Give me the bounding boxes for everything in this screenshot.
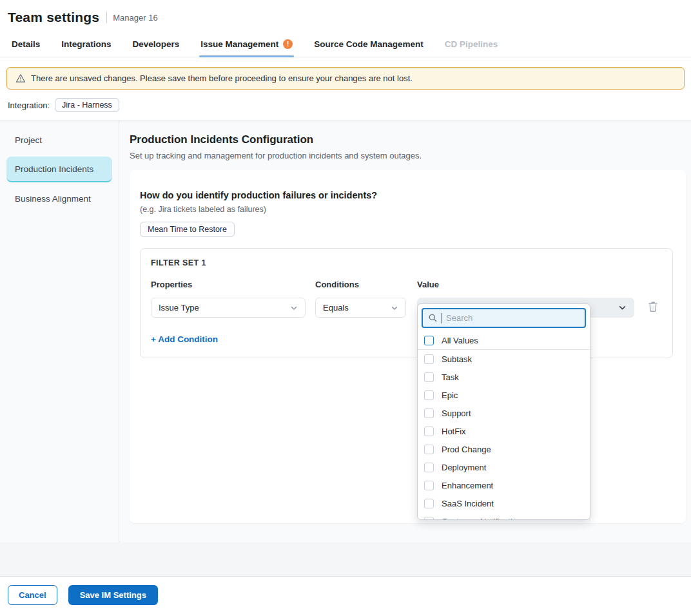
option-label: Epic (442, 390, 458, 400)
unsaved-changes-banner: There are unsaved changes. Please save t… (6, 67, 685, 90)
value-column-label: Value (417, 280, 634, 289)
filter-set-box: FILTER SET 1 Properties Issue Type Condi… (140, 248, 673, 358)
condition-select[interactable]: Equals (315, 298, 406, 318)
option-prod-change[interactable]: Prod Change (418, 440, 590, 458)
tab-developers[interactable]: Developers (131, 33, 181, 57)
filter-set-title: FILTER SET 1 (151, 258, 662, 267)
chevron-down-icon (290, 304, 298, 312)
tab-issue-management-label: Issue Management (200, 39, 278, 49)
cancel-button[interactable]: Cancel (8, 585, 57, 605)
team-name-label: Manager 16 (113, 13, 157, 23)
option-enhancement[interactable]: Enhancement (418, 476, 590, 494)
option-support[interactable]: Support (418, 404, 590, 422)
chevron-down-icon (391, 304, 398, 312)
integration-row: Integration: Jira - Harness (8, 98, 683, 112)
configuration-card: How do you identify production failures … (130, 170, 686, 523)
tab-bar: Details Integrations Developers Issue Ma… (0, 33, 691, 57)
checkbox-icon[interactable] (424, 390, 434, 400)
search-placeholder: Search (446, 313, 472, 323)
tab-cd-pipelines: CD Pipelines (443, 33, 500, 57)
option-label: Prod Change (442, 445, 491, 454)
option-all-values[interactable]: All Values (418, 331, 590, 350)
option-label: Deployment (442, 463, 486, 472)
option-task[interactable]: Task (418, 368, 590, 386)
condition-select-value: Equals (323, 303, 349, 313)
option-deployment[interactable]: Deployment (418, 458, 590, 476)
question-heading: How do you identify production failures … (140, 190, 673, 200)
checkbox-icon[interactable] (424, 409, 434, 418)
search-input[interactable]: Search (422, 308, 586, 328)
page-title: Team settings (8, 10, 99, 25)
conditions-column-label: Conditions (315, 280, 406, 289)
integration-chip[interactable]: Jira - Harness (55, 98, 119, 112)
option-saas-incident[interactable]: SaaS Incident (418, 494, 590, 512)
tab-details[interactable]: Details (10, 33, 41, 57)
tab-integrations[interactable]: Integrations (60, 33, 112, 57)
option-label: Enhancement (442, 481, 493, 490)
option-label: All Values (442, 336, 478, 345)
option-label: Task (442, 372, 459, 382)
integration-label: Integration: (8, 101, 50, 110)
tab-source-code-management[interactable]: Source Code Management (313, 33, 425, 57)
option-label: HotFix (442, 427, 466, 436)
banner-message: There are unsaved changes. Please save t… (31, 73, 413, 83)
add-condition-button[interactable]: + Add Condition (151, 334, 218, 344)
alert-badge-icon: ! (283, 39, 293, 49)
content-area: Project Production Incidents Business Al… (0, 120, 691, 542)
option-label: Subtask (442, 354, 472, 364)
settings-sidebar: Project Production Incidents Business Al… (0, 120, 119, 542)
checkbox-icon[interactable] (424, 336, 434, 345)
option-label: Support (442, 409, 471, 418)
value-dropdown-popup: Search All Values Subtask (417, 303, 590, 520)
delete-condition-button[interactable] (648, 301, 658, 314)
checkbox-icon[interactable] (424, 372, 434, 382)
bottom-spacer (0, 542, 691, 576)
question-hint: (e.g. Jira tickets labeled as failures) (140, 205, 673, 214)
sidebar-item-production-incidents[interactable]: Production Incidents (6, 157, 112, 182)
text-caret (442, 313, 442, 323)
save-im-settings-button[interactable]: Save IM Settings (68, 585, 158, 605)
option-label: SaaS Incident (442, 499, 494, 508)
checkbox-icon[interactable] (424, 517, 434, 521)
search-icon (428, 313, 438, 323)
main-panel: Production Incidents Configuration Set u… (119, 120, 691, 542)
search-wrap: Search (418, 304, 590, 331)
checkbox-icon[interactable] (424, 354, 434, 364)
option-label: Customer Notification (442, 517, 521, 521)
option-subtask[interactable]: Subtask (418, 350, 590, 368)
chevron-down-icon (618, 303, 627, 312)
checkbox-icon[interactable] (424, 445, 434, 454)
option-customer-notification[interactable]: Customer Notification (418, 512, 590, 520)
property-select[interactable]: Issue Type (151, 298, 306, 318)
section-subtitle: Set up tracking and management for produ… (130, 151, 686, 160)
checkbox-icon[interactable] (424, 499, 434, 508)
section-title: Production Incidents Configuration (130, 133, 686, 146)
page-header: Team settings Manager 16 (0, 0, 691, 33)
option-epic[interactable]: Epic (418, 386, 590, 404)
checkbox-icon[interactable] (424, 427, 434, 436)
properties-column-label: Properties (151, 280, 306, 289)
metric-chip[interactable]: Mean Time to Restore (140, 222, 235, 237)
filter-row: Properties Issue Type Conditions Equals (151, 280, 662, 318)
property-select-value: Issue Type (159, 303, 199, 313)
tab-issue-management[interactable]: Issue Management ! (199, 33, 294, 57)
title-divider (106, 12, 107, 23)
warning-triangle-icon (15, 73, 26, 83)
checkbox-icon[interactable] (424, 481, 434, 490)
checkbox-icon[interactable] (424, 463, 434, 472)
sidebar-item-project[interactable]: Project (6, 130, 112, 151)
sidebar-item-business-alignment[interactable]: Business Alignment (6, 188, 112, 209)
footer-bar: Cancel Save IM Settings (0, 576, 691, 613)
option-hotfix[interactable]: HotFix (418, 422, 590, 440)
